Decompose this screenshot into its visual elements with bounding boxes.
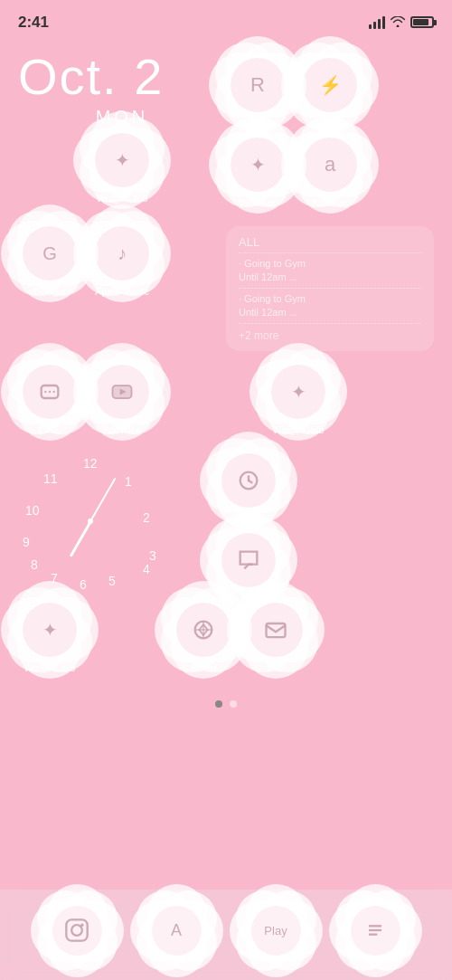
widgetclub2-label: WidgetClub <box>273 424 325 435</box>
line-icon[interactable] <box>23 365 77 419</box>
mail-icon[interactable] <box>249 603 303 657</box>
rakuten-icon[interactable]: R <box>231 58 285 112</box>
calendar-event2: · Going to GymUntil 12am ... <box>239 292 421 320</box>
message-icon[interactable] <box>221 533 276 587</box>
svg-point-15 <box>71 925 82 936</box>
clock-icon[interactable] <box>221 453 276 508</box>
clock-1: 1 <box>125 474 132 489</box>
dock: A Play <box>0 890 452 980</box>
calendar-widget: ALL · Going to GymUntil 12am ... · Going… <box>226 226 434 351</box>
app-message[interactable] <box>217 533 280 587</box>
clock-5: 5 <box>108 574 116 588</box>
app-widgetclub1[interactable]: ✦ WidgetClub <box>90 133 154 204</box>
youtube-icon[interactable] <box>95 365 149 419</box>
app-snow[interactable]: ⚡ Snow <box>298 58 362 128</box>
safari-label: Safari <box>191 662 217 673</box>
dock-app-2[interactable]: A <box>145 906 208 956</box>
date-widget: Oct. 2 MON <box>18 49 226 128</box>
dock-app-3[interactable]: Play <box>244 906 307 956</box>
app-clock[interactable]: Clock <box>217 453 280 524</box>
svg-point-1 <box>44 390 46 392</box>
page-dot-2 <box>230 700 237 708</box>
dock-app-1[interactable] <box>45 906 108 956</box>
clock-10: 10 <box>25 503 40 518</box>
day-display: MON <box>18 107 226 128</box>
signal-icon <box>369 16 385 29</box>
clock-label: Clock <box>236 513 261 524</box>
clock-7: 7 <box>51 571 58 585</box>
dock-icon-1[interactable] <box>52 906 102 956</box>
dock-icon-4[interactable] <box>351 906 400 956</box>
widgetclub3-label: WidgetClub <box>24 662 76 673</box>
weather-label: Weather <box>239 197 276 208</box>
clock-2: 2 <box>143 510 150 525</box>
analog-clock: 12 1 2 3 4 5 6 7 8 9 10 11 <box>18 449 163 594</box>
svg-rect-13 <box>267 623 286 637</box>
svg-point-16 <box>80 923 84 927</box>
google-icon[interactable]: G <box>23 226 77 281</box>
home-screen: Oct. 2 MON R Rakuten ⚡ Snow ✦ <box>0 49 452 708</box>
line-label: LINE <box>39 424 61 435</box>
dock-app-4[interactable] <box>344 906 407 956</box>
app-mail[interactable]: Mail <box>244 603 307 673</box>
clock-3: 3 <box>149 548 156 563</box>
app-widgetclub3[interactable]: ✦ WidgetClub <box>18 603 81 673</box>
clock-9: 9 <box>23 535 30 549</box>
calendar-event1: · Going to GymUntil 12am ... <box>239 257 421 285</box>
clock-12: 12 <box>83 456 98 471</box>
calendar-label: ALL <box>239 235 421 249</box>
google-label: Google <box>33 286 65 297</box>
dock-icon-3[interactable]: Play <box>251 906 301 956</box>
dock-icon-2[interactable]: A <box>152 906 202 956</box>
status-bar: 2:41 <box>0 0 452 40</box>
snow-label: Snow <box>317 118 343 128</box>
svg-point-3 <box>53 390 55 392</box>
clock-8: 8 <box>31 557 38 572</box>
clock-widget: 12 1 2 3 4 5 6 7 8 9 10 11 <box>18 449 208 594</box>
clock-4: 4 <box>143 562 150 576</box>
apple-music-icon[interactable]: ♪ <box>95 226 149 281</box>
snow-icon[interactable]: ⚡ <box>303 58 357 112</box>
clock-11: 11 <box>43 471 58 486</box>
widgetclub3-icon[interactable]: ✦ <box>23 603 77 657</box>
date-display: Oct. 2 <box>18 49 226 105</box>
page-dot-1 <box>215 700 222 708</box>
app-youtube[interactable]: YouTube <box>90 365 154 435</box>
app-google[interactable]: G Google <box>18 226 81 351</box>
safari-icon[interactable] <box>176 603 231 657</box>
svg-rect-14 <box>66 919 87 940</box>
clock-center <box>88 519 93 524</box>
widgetclub1-icon[interactable]: ✦ <box>95 133 149 187</box>
calendar-more: +2 more <box>239 329 421 342</box>
page-dots <box>18 700 434 708</box>
widgetclub2-icon[interactable]: ✦ <box>271 365 325 419</box>
app-amazon[interactable]: a Amazon <box>298 138 362 208</box>
youtube-label: YouTube <box>102 424 141 435</box>
widgetclub1-label: WidgetClub <box>97 193 148 204</box>
mail-label: Mail <box>267 662 285 673</box>
apple-music-label: Apple Music <box>95 286 149 297</box>
rakuten-label: Rakuten <box>240 118 277 128</box>
clock-6: 6 <box>80 577 87 592</box>
svg-line-8 <box>249 480 252 482</box>
weather-icon[interactable]: ✦ <box>231 138 285 192</box>
amazon-icon[interactable]: a <box>303 138 357 192</box>
wifi-icon <box>391 15 405 30</box>
app-safari[interactable]: Safari <box>172 603 235 673</box>
clock-minute-hand <box>89 477 116 521</box>
app-widgetclub2[interactable]: ✦ WidgetClub <box>267 365 330 435</box>
clock-hour-hand <box>69 520 91 557</box>
status-icons <box>369 15 434 30</box>
app-apple-music[interactable]: ♪ Apple Music <box>90 226 154 351</box>
app-rakuten[interactable]: R Rakuten <box>226 58 289 128</box>
battery-icon <box>410 16 434 28</box>
app-line[interactable]: LINE <box>18 365 81 435</box>
app-weather[interactable]: ✦ Weather <box>226 138 289 208</box>
status-time: 2:41 <box>18 14 49 32</box>
amazon-label: Amazon <box>312 197 348 208</box>
svg-point-2 <box>49 390 51 392</box>
